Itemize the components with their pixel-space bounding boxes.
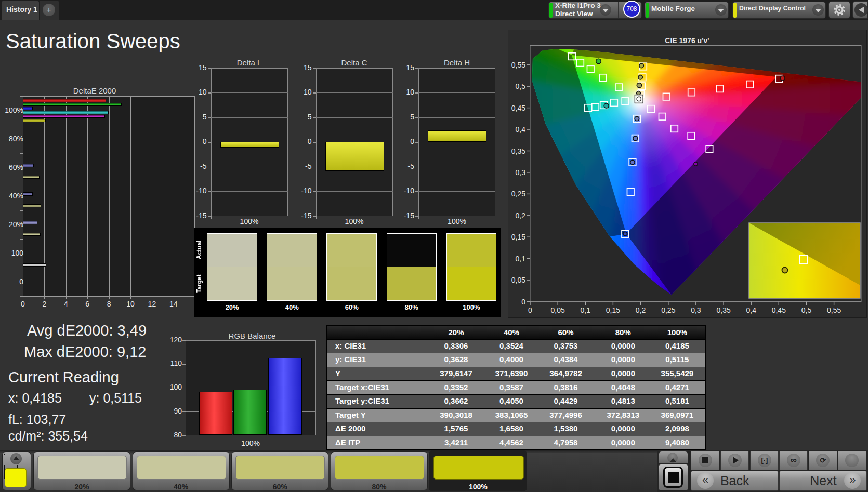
svg-text:0,3: 0,3: [516, 168, 526, 177]
svg-text:0,05: 0,05: [511, 276, 525, 284]
svg-text:0,55: 0,55: [511, 61, 525, 69]
svg-text:0,15: 0,15: [511, 233, 525, 241]
svg-text:0,4: 0,4: [516, 125, 526, 134]
svg-text:0,45: 0,45: [772, 306, 786, 314]
svg-text:0,1: 0,1: [516, 255, 526, 263]
svg-text:0,55: 0,55: [827, 306, 841, 314]
svg-text:0,05: 0,05: [551, 306, 565, 314]
svg-text:0,5: 0,5: [801, 306, 812, 314]
svg-text:0,25: 0,25: [661, 306, 675, 314]
svg-text:0: 0: [528, 306, 532, 314]
svg-text:0,15: 0,15: [606, 306, 620, 314]
svg-text:0,35: 0,35: [716, 306, 730, 314]
svg-text:CIE 1976 u'v': CIE 1976 u'v': [665, 36, 709, 45]
svg-text:0,5: 0,5: [516, 82, 526, 90]
svg-text:0,3: 0,3: [691, 306, 701, 314]
svg-text:0,45: 0,45: [511, 104, 525, 112]
svg-text:0,4: 0,4: [746, 306, 756, 314]
svg-text:0,1: 0,1: [581, 306, 591, 314]
svg-text:0,35: 0,35: [511, 147, 525, 155]
svg-text:0,2: 0,2: [636, 306, 646, 314]
svg-text:0,25: 0,25: [511, 190, 525, 198]
svg-text:0: 0: [521, 298, 525, 306]
svg-text:0,2: 0,2: [516, 211, 526, 220]
